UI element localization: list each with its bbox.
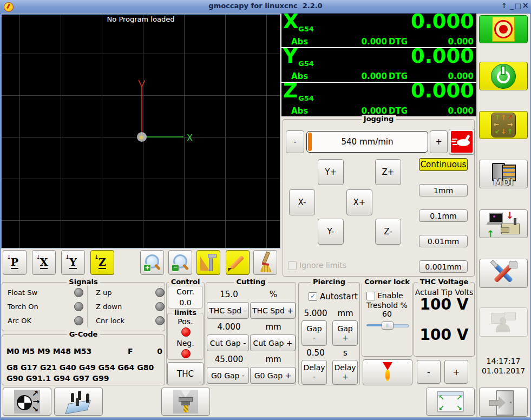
- g0-gap-minus-button[interactable]: G0 Gap -: [207, 367, 249, 384]
- rabbit-icon: [451, 131, 473, 153]
- increment-01mm-button[interactable]: 0.1mm: [419, 209, 468, 222]
- thc-speed-plus-button[interactable]: THC Spd +: [250, 302, 296, 319]
- jogging-title: Jogging: [362, 115, 396, 123]
- cutting-frame: Cutting 15.0 % THC Spd - THC Spd + 4.000…: [206, 282, 296, 385]
- sign: -: [313, 333, 316, 343]
- voltage-minus-button[interactable]: -: [417, 360, 441, 384]
- pos-label: Pos.: [168, 317, 203, 326]
- show-jog-button[interactable]: ↑ ↑ ↗ ← → ↙ ↓ ↑: [479, 111, 528, 139]
- down-arrow-icon: ↓: [6, 254, 11, 261]
- clear-plot-button[interactable]: [253, 250, 277, 275]
- block-height-button[interactable]: [54, 388, 103, 416]
- exit-button[interactable]: [479, 388, 528, 417]
- machine-settings-button[interactable]: ↓ ↑: [479, 209, 528, 238]
- abs-value: 0.000: [341, 71, 387, 81]
- dtg-value: 0.000: [448, 71, 474, 81]
- mdi-label: MDI: [488, 177, 519, 188]
- dro-axis-z[interactable]: Z G54 0.000 Abs 0.000 DTG 0.000: [281, 83, 476, 116]
- feed-label: F: [128, 347, 133, 356]
- cnr-lock-led: [155, 316, 165, 325]
- piercing-title: Piercing: [311, 278, 348, 286]
- turbo-jog-button[interactable]: [449, 129, 475, 155]
- window-close-button[interactable]: ×: [522, 1, 529, 10]
- cut-gap-plus-button[interactable]: Cut Gap +: [250, 334, 296, 351]
- probe-plate-icon: [64, 390, 93, 414]
- view-x-button[interactable]: ↓ X: [32, 250, 56, 275]
- dimensions-button[interactable]: [196, 250, 220, 275]
- zoom-in-button[interactable]: +: [140, 250, 164, 275]
- increment-continuous-button[interactable]: Continuous: [419, 158, 468, 171]
- arrow-se-icon: ↘: [31, 404, 38, 414]
- arrow-left-icon: ←: [494, 121, 499, 128]
- window-shade-button[interactable]: ↑: [501, 2, 507, 10]
- pierce-delay-unit: s: [332, 348, 358, 358]
- pierce-gap-plus-button[interactable]: Gap+: [332, 320, 358, 346]
- slider-handle[interactable]: |||: [382, 321, 394, 330]
- jog-speed-minus-button[interactable]: -: [286, 130, 304, 153]
- pierce-delay-plus-button[interactable]: Delay+: [332, 360, 358, 385]
- dtg-label: DTG: [389, 37, 408, 47]
- signal-z-up-label: Z up: [96, 288, 112, 297]
- enable-checkbox[interactable]: [366, 292, 375, 300]
- pierce-delay-minus-button[interactable]: Delay-: [301, 360, 327, 385]
- view-y-button[interactable]: ↓ Y: [61, 250, 85, 275]
- machine-on-button[interactable]: [479, 62, 528, 90]
- voltage-plus-button[interactable]: +: [444, 360, 468, 384]
- mdi-button[interactable]: MDI: [479, 160, 528, 188]
- thc-speed-minus-button[interactable]: THC Spd -: [207, 302, 249, 319]
- exit-door-icon: [489, 390, 517, 415]
- autostart-checkbox[interactable]: ✓: [309, 292, 317, 301]
- estop-button[interactable]: [479, 15, 528, 43]
- titlebar[interactable]: gmoccapy for linuxcnc 2.2.0 ↑ _ □ ×: [0, 0, 531, 14]
- increment-0001mm-button[interactable]: 0.001mm: [419, 260, 468, 273]
- arrow-up-icon: ↑: [507, 128, 513, 135]
- jog-y-plus-button[interactable]: Y+: [318, 159, 344, 185]
- pierce-gap-minus-button[interactable]: Gap-: [301, 320, 327, 346]
- threshold-slider[interactable]: |||: [366, 321, 409, 329]
- jog-pad-icon: ↑ ↑ ↗ ← → ↙ ↓ ↑: [491, 113, 516, 137]
- jog-x-plus-button[interactable]: X+: [346, 189, 372, 215]
- tool-change-button[interactable]: [161, 388, 210, 416]
- cut-gap-minus-button[interactable]: Cut Gap -: [207, 334, 249, 351]
- label: Delay: [334, 363, 356, 372]
- fullscreen-button[interactable]: ↖ ↗ ↙ ↘: [426, 388, 475, 416]
- edit-gcode-button[interactable]: [226, 250, 250, 275]
- time-value: 14:17:17: [487, 357, 521, 365]
- window-minimize-button[interactable]: _: [510, 2, 514, 10]
- increment-1mm-button[interactable]: 1mm: [419, 184, 468, 196]
- torch-button[interactable]: [363, 359, 412, 385]
- cut-gap-value: 4.000: [206, 322, 252, 332]
- axis-value: 0.000: [411, 14, 474, 33]
- float-sw-led: [74, 288, 83, 297]
- window-maximize-button[interactable]: □: [515, 2, 521, 10]
- increment-001mm-button[interactable]: 0.01mm: [419, 235, 468, 247]
- emergency-stop-icon: [492, 17, 515, 42]
- dtg-value: 0.000: [448, 106, 474, 116]
- jog-speed-plus-button[interactable]: +: [430, 130, 448, 153]
- torch-on-led: [74, 302, 83, 311]
- view-z-button[interactable]: ↓ Z: [90, 250, 114, 275]
- window-border-bottom: [0, 417, 531, 420]
- check-icon: ✓: [310, 292, 316, 300]
- jog-speed-slider[interactable]: 540 mm/min: [306, 131, 428, 153]
- dro-axis-y[interactable]: Y G54 0.000 Abs 0.000 DTG 0.000: [281, 48, 476, 82]
- jog-y-minus-button[interactable]: Y-: [318, 219, 344, 245]
- zoom-out-button[interactable]: −: [168, 250, 192, 275]
- touch-off-button[interactable]: ↗ → ↘: [3, 388, 51, 416]
- view-p-button[interactable]: ↓ P: [3, 250, 27, 275]
- jog-z-plus-button[interactable]: Z+: [375, 159, 401, 185]
- dro-axis-x[interactable]: X G54 0.000 Abs 0.000 DTG 0.000: [281, 14, 476, 47]
- signal-z-down-label: Z down: [96, 303, 122, 311]
- gcode-preview[interactable]: No Program loaded X: [1, 14, 280, 248]
- control-frame: Control Corr. 0.0 limits Pos. Neg. THC: [166, 282, 205, 385]
- dtg-label: DTG: [389, 71, 408, 81]
- jog-z-minus-button[interactable]: Z-: [375, 219, 401, 245]
- thc-button[interactable]: THC: [167, 362, 204, 385]
- cutting-title: Cutting: [234, 278, 267, 286]
- jog-x-minus-button[interactable]: X-: [289, 189, 315, 215]
- g0-gap-plus-button[interactable]: G0 Gap +: [250, 367, 296, 384]
- g0-gap-unit: mm: [252, 355, 295, 364]
- ignore-limits-checkbox[interactable]: [288, 261, 297, 270]
- settings-button[interactable]: [479, 259, 528, 288]
- corr-value: 0.0: [179, 298, 191, 307]
